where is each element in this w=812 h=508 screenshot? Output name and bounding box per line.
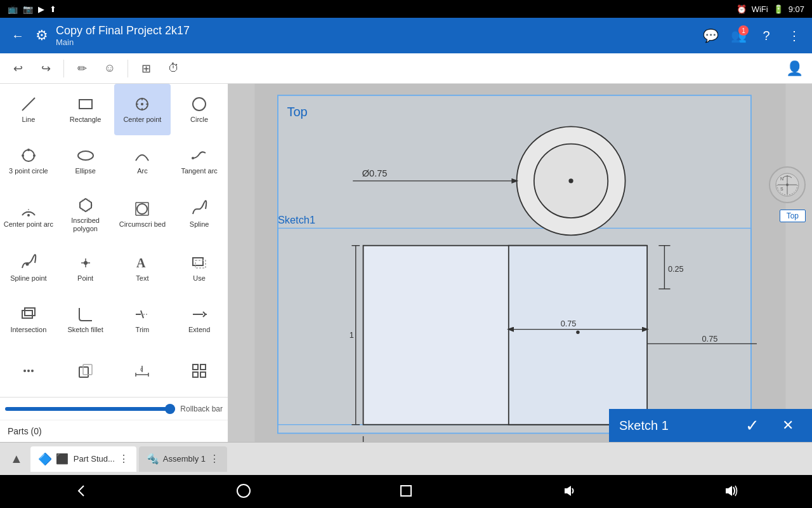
tool-inscribed-polygon[interactable]: Inscribed polygon [57, 187, 114, 242]
tool-text[interactable]: A Text [114, 243, 171, 294]
svg-rect-65 [509, 246, 647, 425]
redo-button[interactable]: ↪ [33, 56, 58, 81]
intersection-icon [20, 305, 37, 323]
part-studio-icon: 🔷 [38, 452, 52, 466]
tool-rectangle[interactable]: Rectangle [57, 84, 114, 135]
tool-center-point[interactable]: Center point [114, 84, 171, 135]
tab-part-studio-menu[interactable]: ⋮ [119, 453, 129, 465]
svg-rect-53 [200, 372, 206, 377]
app-bar-actions: 💬 👥 1 ? ⋮ [698, 23, 807, 48]
svg-point-61 [568, 178, 573, 183]
sys-nav-volume-up[interactable] [722, 482, 740, 502]
view-cube-label-text[interactable]: Top [780, 210, 806, 222]
svg-text:Sketch1: Sketch1 [278, 214, 315, 225]
tool-more-1[interactable] [0, 345, 57, 397]
sys-nav-home[interactable] [235, 482, 252, 502]
tool-circumscribed[interactable]: Circumscri bed [114, 187, 171, 242]
more-button[interactable]: ⋮ [782, 23, 807, 48]
people-button[interactable]: 👥 1 [726, 23, 751, 48]
sys-nav-back[interactable] [72, 482, 90, 502]
spline-point-icon [20, 254, 37, 272]
svg-rect-90 [401, 486, 411, 496]
svg-point-73 [576, 330, 579, 333]
svg-marker-18 [80, 199, 91, 211]
svg-line-35 [141, 311, 143, 318]
svg-rect-51 [200, 364, 206, 370]
tab-assembly-menu[interactable]: ⋮ [209, 453, 219, 465]
chat-button[interactable]: 💬 [698, 23, 723, 48]
help-button[interactable]: ? [754, 23, 779, 48]
sys-nav-volume[interactable] [560, 482, 577, 502]
wifi-icon: WiFi [752, 4, 768, 14]
sys-nav-recent[interactable] [397, 482, 415, 502]
pencil-button[interactable]: ✏ [69, 56, 95, 81]
svg-point-24 [25, 262, 29, 265]
clock-icon: ⏱ [168, 62, 180, 75]
chat-icon: 💬 [703, 28, 719, 43]
ellipse-icon [77, 147, 95, 164]
sketch-confirm-label: Sketch 1 [619, 418, 731, 433]
svg-line-39 [203, 314, 206, 317]
tool-use-label: Use [193, 274, 206, 283]
tool-point[interactable]: Point [57, 243, 114, 294]
svg-text:0.75: 0.75 [702, 334, 718, 344]
toolbar-divider-1 [63, 60, 64, 77]
tool-arc[interactable]: Arc [114, 135, 171, 187]
svg-point-89 [237, 485, 250, 497]
tool-arrange[interactable] [171, 345, 228, 397]
tool-tangent-arc[interactable]: Tangent arc [171, 135, 228, 187]
back-button[interactable]: ← [5, 23, 30, 48]
tool-spline-point-label: Spline point [10, 274, 47, 283]
app-logo: ⚙ [36, 27, 48, 44]
undo-button[interactable]: ↩ [5, 56, 30, 81]
svg-point-12 [27, 149, 30, 151]
sys-nav [0, 475, 812, 508]
tool-trim[interactable]: Trim [114, 294, 171, 345]
parts-section: Parts (0) [0, 420, 228, 442]
project-title: Copy of Final Project 2k17 [56, 24, 693, 37]
tool-circle[interactable]: Circle [171, 84, 228, 135]
tool-spline-point[interactable]: Spline point [0, 243, 57, 294]
sketch-confirm-close-button[interactable]: ✕ [774, 411, 802, 439]
tool-extend-label: Extend [188, 326, 210, 334]
grid-icon: ⊞ [141, 62, 151, 76]
tool-3point-circle[interactable]: 3 point circle [0, 135, 57, 187]
tool-copy[interactable] [57, 345, 114, 397]
volume-up-icon [722, 482, 740, 500]
tool-dimension[interactable]: d [114, 345, 171, 397]
svg-point-41 [27, 370, 30, 372]
clock-button[interactable]: ⏱ [161, 56, 187, 81]
tool-intersection[interactable]: Intersection [0, 294, 57, 345]
toolbar-row: ↩ ↪ ✏ ☺ ⊞ ⏱ 👤 [0, 53, 812, 84]
profile-button[interactable]: 👤 [782, 56, 807, 81]
sketch-confirm-check-button[interactable]: ✓ [738, 411, 766, 439]
svg-point-13 [78, 151, 93, 160]
tool-use[interactable]: Use [171, 243, 228, 294]
tool-spline[interactable]: Spline [171, 187, 228, 242]
tab-assembly[interactable]: 🔩 Assembly 1 ⋮ [139, 446, 227, 472]
tool-ellipse[interactable]: Ellipse [57, 135, 114, 187]
tab-bar-expand[interactable]: ▲ [5, 449, 28, 469]
arrange-icon [190, 362, 208, 380]
rollback-bar[interactable]: Rollback bar [0, 398, 228, 420]
tool-sketch-fillet[interactable]: Sketch fillet [57, 294, 114, 345]
text-icon: A [133, 254, 151, 272]
grid-button[interactable]: ⊞ [133, 56, 159, 81]
svg-text:S: S [780, 187, 783, 191]
svg-marker-92 [726, 486, 732, 496]
tools-grid: Line Rectangle [0, 84, 228, 397]
tool-line[interactable]: Line [0, 84, 57, 135]
smiley-button[interactable]: ☺ [97, 56, 122, 81]
camera-icon: 📷 [23, 4, 33, 14]
tab-part-studio[interactable]: 🔷 ⬛ Part Stud... ⋮ [30, 446, 136, 472]
tool-arc-label: Arc [137, 167, 148, 175]
svg-rect-32 [25, 308, 35, 316]
tool-center-point-arc[interactable]: Center point arc [0, 187, 57, 242]
rollback-track [5, 407, 175, 411]
svg-point-8 [193, 98, 206, 110]
svg-point-14 [192, 157, 194, 159]
tool-extend[interactable]: Extend [171, 294, 228, 345]
canvas-area[interactable]: Top Sketch1 Ø0.75 [228, 84, 812, 442]
nav-recent-icon [397, 482, 415, 500]
view-cube[interactable]: N S [769, 166, 806, 203]
